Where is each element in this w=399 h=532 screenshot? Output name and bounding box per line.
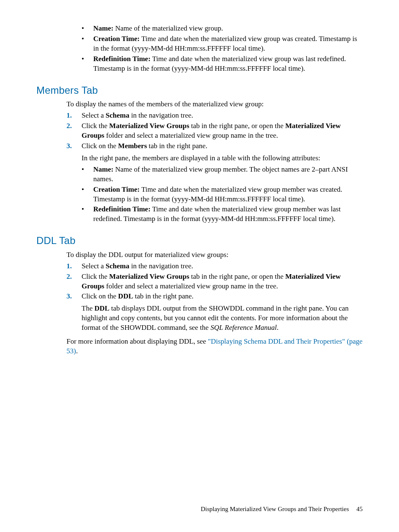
step-text: Click on the bbox=[82, 292, 118, 300]
list-item: Name: Name of the materialized view grou… bbox=[82, 165, 363, 184]
bullet-label: Name: bbox=[93, 165, 113, 173]
step-text: tab in the right pane, or open the bbox=[189, 272, 285, 280]
bullet-label: Creation Time: bbox=[93, 185, 140, 193]
step-bold: Materialized View Groups bbox=[109, 122, 189, 130]
step-item: Click on the Members tab in the right pa… bbox=[66, 141, 363, 224]
step-text: folder and select a materialized view gr… bbox=[105, 282, 278, 290]
step-text: tab in the right pane. bbox=[147, 142, 207, 150]
step-text: Click the bbox=[82, 122, 109, 130]
step-bold: Schema bbox=[106, 111, 130, 119]
ddl-body: To display the DDL output for materializ… bbox=[66, 250, 363, 356]
step-bold: Members bbox=[118, 142, 147, 150]
page: Name: Name of the materialized view grou… bbox=[0, 0, 399, 532]
ddl-closing: For more information about displaying DD… bbox=[66, 337, 363, 356]
step-item: Select a Schema in the navigation tree. bbox=[66, 262, 363, 271]
list-item: Creation Time: Time and date when the ma… bbox=[82, 185, 363, 204]
footer-title: Displaying Materialized View Groups and … bbox=[201, 506, 349, 512]
step-text: tab in the right pane. bbox=[133, 292, 193, 300]
closing-text: For more information about displaying DD… bbox=[66, 337, 208, 345]
list-item: Redefinition Time: Time and date when th… bbox=[82, 54, 363, 74]
members-steps: Select a Schema in the navigation tree. … bbox=[66, 111, 363, 224]
bullet-label: Name: bbox=[93, 24, 113, 32]
step-text: Click the bbox=[82, 272, 109, 280]
top-bullet-list: Name: Name of the materialized view grou… bbox=[82, 24, 363, 74]
step-bold: Materialized View Groups bbox=[109, 272, 189, 280]
step-text: Select a bbox=[82, 111, 106, 119]
step-text: folder and select a materialized view gr… bbox=[105, 131, 278, 139]
closing-text: . bbox=[76, 347, 78, 355]
ddl-after-bold: DDL bbox=[95, 304, 110, 312]
step-item: Select a Schema in the navigation tree. bbox=[66, 111, 363, 121]
step-item: Click on the DDL tab in the right pane. … bbox=[66, 292, 363, 333]
ddl-after-italic: SQL Reference Manual bbox=[210, 324, 277, 332]
bullet-label: Creation Time: bbox=[93, 35, 140, 43]
heading-ddl-tab: DDL Tab bbox=[36, 234, 363, 247]
members-body: To display the names of the members of t… bbox=[66, 100, 363, 224]
ddl-after-text: . bbox=[277, 324, 279, 332]
ddl-steps: Select a Schema in the navigation tree. … bbox=[66, 262, 363, 333]
step-text: in the navigation tree. bbox=[129, 111, 193, 119]
top-continuation: Name: Name of the materialized view grou… bbox=[66, 24, 363, 74]
ddl-after-text: The bbox=[82, 304, 95, 312]
ddl-intro: To display the DDL output for materializ… bbox=[66, 250, 363, 260]
step-bold: Schema bbox=[106, 262, 130, 270]
step-followup: In the right pane, the members are displ… bbox=[82, 154, 363, 163]
members-intro: To display the names of the members of t… bbox=[66, 100, 363, 109]
bullet-text: Name of the materialized view group. bbox=[113, 24, 223, 32]
members-attr-list: Name: Name of the materialized view grou… bbox=[82, 165, 363, 224]
list-item: Name: Name of the materialized view grou… bbox=[82, 24, 363, 33]
page-number: 45 bbox=[356, 506, 363, 512]
step-bold: DDL bbox=[118, 292, 133, 300]
step-text: Click on the bbox=[82, 142, 118, 150]
step-text: Select a bbox=[82, 262, 106, 270]
page-footer: Displaying Materialized View Groups and … bbox=[201, 505, 363, 513]
bullet-text: Name of the materialized view group memb… bbox=[93, 165, 348, 183]
step-item: Click the Materialized View Groups tab i… bbox=[66, 121, 363, 141]
heading-members-tab: Members Tab bbox=[36, 84, 363, 97]
bullet-label: Redefinition Time: bbox=[93, 205, 151, 213]
list-item: Redefinition Time: Time and date when th… bbox=[82, 205, 363, 224]
step-text: in the navigation tree. bbox=[129, 262, 193, 270]
step-item: Click the Materialized View Groups tab i… bbox=[66, 272, 363, 291]
step-followup: The DDL tab displays DDL output from the… bbox=[82, 304, 363, 333]
step-text: tab in the right pane, or open the bbox=[189, 122, 285, 130]
bullet-label: Redefinition Time: bbox=[93, 55, 151, 63]
list-item: Creation Time: Time and date when the ma… bbox=[82, 34, 363, 54]
